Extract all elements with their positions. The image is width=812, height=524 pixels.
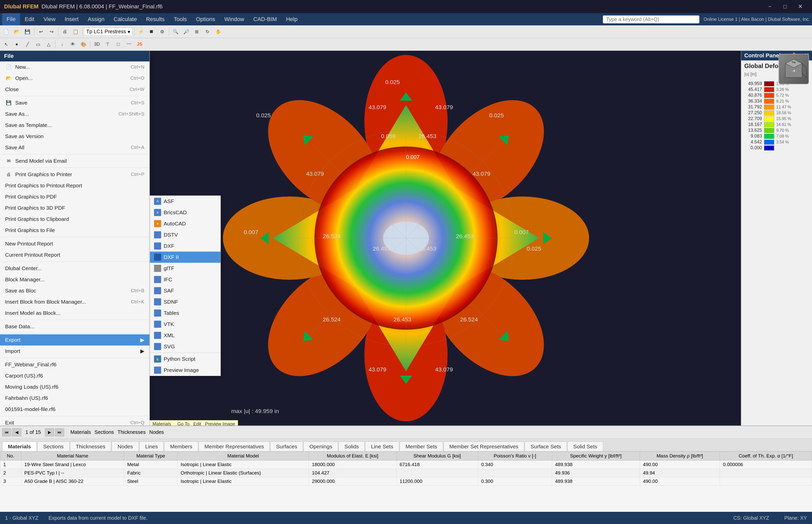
tb-fit[interactable]: ⊞ [192, 27, 202, 37]
tab-lines[interactable]: Lines [139, 442, 164, 451]
tb-redo[interactable]: ↪ [47, 27, 56, 37]
menu-cad-bim[interactable]: CAD-BIM [249, 13, 282, 26]
fm-new[interactable]: 📄 New... Ctrl+N [0, 62, 150, 72]
tb-select[interactable]: ↖ [1, 39, 11, 49]
table-row[interactable]: 2 PES-PVC Typ I | -- Fabric Orthotropic … [0, 469, 812, 477]
menu-file[interactable]: File [2, 13, 20, 26]
nav-first[interactable]: ⏮ [2, 428, 11, 437]
exp-asf[interactable]: A ASF [150, 196, 220, 207]
tb-save[interactable]: 💾 [22, 27, 33, 37]
tb-print[interactable]: 🖨 [60, 27, 70, 37]
tb-rotate[interactable]: ↻ [203, 27, 213, 37]
tb-report[interactable]: 📋 [70, 27, 81, 37]
fm-print-clipboard[interactable]: Print Graphics to Clipboard [0, 213, 150, 225]
menu-options[interactable]: Options [191, 13, 220, 26]
fm-export[interactable]: Export ▶ [0, 334, 150, 345]
fm-close[interactable]: Close Ctrl+W [0, 84, 150, 95]
tab-member-set-rep[interactable]: Member Set Representatives [443, 442, 524, 451]
exp-sdnf[interactable]: SDNF [150, 296, 220, 308]
tab-surface-sets[interactable]: Surface Sets [525, 442, 567, 451]
fm-file-3[interactable]: Moving Loads (US).rf6 [0, 381, 150, 393]
tb-zoom-in[interactable]: 🔍 [170, 27, 181, 37]
fm-send-email[interactable]: ✉ Send Model via Email [0, 155, 150, 166]
fm-save-version[interactable]: Save as Version [0, 131, 150, 142]
exp-gltf[interactable]: glTF [150, 263, 220, 274]
fm-insert-model[interactable]: Insert Model as Block... [0, 308, 150, 318]
fm-base-data[interactable]: Base Data... [0, 321, 150, 332]
menu-view[interactable]: View [39, 13, 60, 26]
exp-xml[interactable]: XML [150, 330, 220, 341]
fm-print-report[interactable]: Print Graphics to Printout Report [0, 180, 150, 191]
exp-saf[interactable]: SAF [150, 285, 220, 296]
fm-dlubal-center[interactable]: Dlubal Center... [0, 263, 150, 274]
table-row[interactable]: 1 19-Wire Steel Strand | Lexco Metal Iso… [0, 460, 812, 469]
tab-thicknesses[interactable]: Thicknesses [70, 442, 112, 451]
tb-support[interactable]: △ [44, 39, 54, 49]
tb-js[interactable]: JS [135, 39, 145, 49]
menu-insert[interactable]: Insert [60, 13, 83, 26]
tb-display[interactable]: 👁 [68, 39, 78, 49]
exp-ifc[interactable]: IFC [150, 274, 220, 285]
fm-save-all[interactable]: Save All Ctrl+A [0, 142, 150, 153]
tb-settings[interactable]: ⚙ [157, 27, 167, 37]
exp-vtk[interactable]: VTK [150, 318, 220, 330]
tb-pan[interactable]: ✋ [213, 27, 223, 37]
fm-file-2[interactable]: Carport (US).rf6 [0, 370, 150, 381]
fm-file-4[interactable]: Fahrbahn (US).rf6 [0, 393, 150, 404]
tab-line-sets[interactable]: Line Sets [365, 442, 399, 451]
menu-window[interactable]: Window [220, 13, 249, 26]
tb-deformation[interactable]: 〰 [124, 39, 134, 49]
exp-python[interactable]: 🐍 Python Script [150, 354, 220, 364]
menu-results[interactable]: Results [141, 13, 169, 26]
tab-solid-sets[interactable]: Solid Sets [568, 442, 603, 451]
fm-new-printout[interactable]: New Printout Report [0, 238, 150, 249]
tab-surfaces[interactable]: Surfaces [270, 442, 303, 451]
exp-tables[interactable]: Tables [150, 308, 220, 318]
tb-surface[interactable]: ▭ [33, 39, 43, 49]
fm-file-5[interactable]: 001591-model-file.rf6 [0, 404, 150, 415]
lc-dropdown[interactable]: Tp LC1 Prestress ▾ [84, 28, 133, 36]
menu-edit[interactable]: Edit [20, 13, 39, 26]
fm-print-pdf[interactable]: Print Graphics to PDF [0, 191, 150, 202]
tb-stop[interactable]: ⏹ [147, 27, 156, 37]
fm-save[interactable]: 💾 Save Ctrl+S [0, 97, 150, 109]
tab-sections[interactable]: Sections [37, 442, 69, 451]
table-row[interactable]: 3 A50 Grade B | AISC 360-22 Steel Isotro… [0, 477, 812, 486]
tb-new[interactable]: 📄 [1, 27, 11, 37]
tb-calc[interactable]: ⚡ [136, 27, 146, 37]
tb-node[interactable]: ● [12, 39, 22, 49]
tab-materials[interactable]: Materials [2, 442, 37, 451]
menu-assign[interactable]: Assign [83, 13, 109, 26]
fm-file-1[interactable]: FF_Webinar_Final.rf6 [0, 359, 150, 370]
fm-import[interactable]: Import ▶ [0, 345, 150, 357]
fm-print-file[interactable]: Print Graphics to File [0, 225, 150, 236]
menu-tools[interactable]: Tools [169, 13, 191, 26]
exp-dxf[interactable]: DXF [150, 241, 220, 251]
tb-load[interactable]: ↓ [57, 39, 67, 49]
fm-save-bloc[interactable]: Save as Bloc Ctrl+B [0, 285, 150, 296]
fm-print-printer[interactable]: 🖨 Print Graphics to Printer Ctrl+P [0, 169, 150, 180]
tb-view-top[interactable]: ⊤ [102, 39, 113, 49]
menu-help[interactable]: Help [282, 13, 302, 26]
close-button[interactable]: ✕ [793, 0, 808, 13]
fm-print-3dpdf[interactable]: Print Graphics to 3D PDF [0, 202, 150, 213]
tb-zoom-out[interactable]: 🔎 [181, 27, 191, 37]
fm-current-printout[interactable]: Current Printout Report [0, 249, 150, 261]
tb-line[interactable]: ╱ [22, 39, 33, 49]
exp-dxf2[interactable]: DXF II [150, 251, 220, 263]
3d-cube-widget[interactable]: -X Top [778, 54, 809, 84]
exp-autocad[interactable]: A AutoCAD [150, 218, 220, 229]
tab-members[interactable]: Members [164, 442, 198, 451]
exp-dstv[interactable]: DSTV [150, 229, 220, 241]
nav-prev[interactable]: ◀ [12, 428, 21, 437]
tb-render[interactable]: 🎨 [79, 39, 88, 49]
menu-calculate[interactable]: Calculate [109, 13, 141, 26]
exp-svg[interactable]: SVG [150, 341, 220, 352]
fm-save-template[interactable]: Save as Template... [0, 119, 150, 131]
fm-open[interactable]: 📂 Open... Ctrl+O [0, 72, 150, 84]
exp-preview[interactable]: Preview Image [150, 364, 220, 376]
search-input[interactable] [603, 16, 699, 23]
tab-openings[interactable]: Openings [304, 442, 338, 451]
nav-last[interactable]: ⏭ [55, 428, 64, 437]
exp-bricscad[interactable]: B BricsCAD [150, 207, 220, 218]
